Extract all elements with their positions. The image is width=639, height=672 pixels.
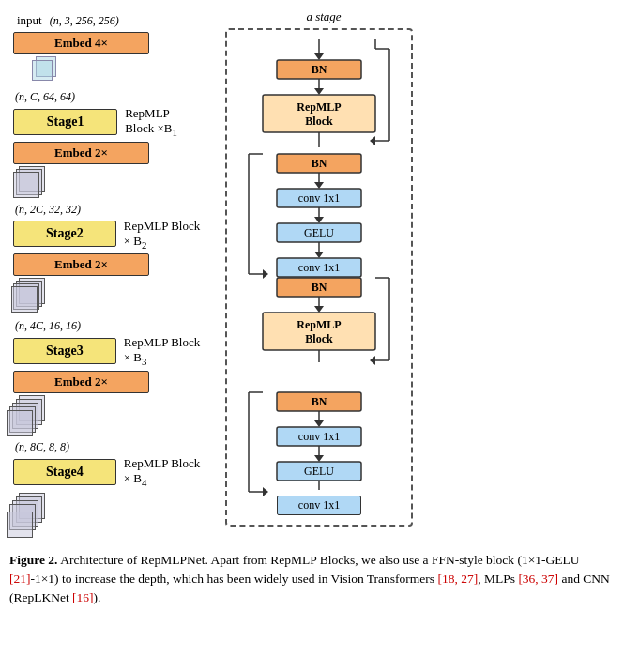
stage1-box: Stage1 — [13, 109, 117, 135]
stage2-box: Stage2 — [13, 221, 116, 247]
svg-text:RepMLP: RepMLP — [297, 318, 341, 331]
dim3-label: (n, 4C, 16, 16) — [15, 319, 81, 333]
svg-text:Block: Block — [305, 332, 333, 345]
input-text: input — [17, 13, 42, 28]
stack-layer — [7, 410, 33, 436]
svg-text:conv 1x1: conv 1x1 — [298, 261, 340, 274]
bottom-block-svg: BN RepMLP Block — [239, 278, 399, 390]
caption-text3: , MLPs — [478, 572, 518, 586]
svg-text:conv 1x1: conv 1x1 — [298, 430, 340, 443]
repmlp4-label: RepMLP Block × B4 — [124, 456, 201, 488]
caption-ref2: [18, 27] — [437, 572, 478, 586]
bottom-ffn-section: BN conv 1x1 GELU — [235, 392, 403, 515]
svg-marker-44 — [370, 356, 375, 365]
diagram-area: input (n, 3, 256, 256) Embed 4× (n, C, 6… — [9, 9, 630, 540]
input-row: input (n, 3, 256, 256) — [9, 13, 119, 30]
middle-ffn-section: BN conv 1x1 GELU — [235, 154, 403, 278]
svg-text:BN: BN — [312, 157, 327, 170]
left-column: input (n, 3, 256, 256) Embed 4× (n, C, 6… — [9, 9, 197, 540]
stack-layer — [7, 512, 33, 538]
input-dim: (n, 3, 256, 256) — [50, 14, 119, 28]
svg-marker-52 — [314, 455, 324, 462]
bottom-repmlp-section: BN RepMLP Block — [235, 278, 403, 392]
caption-ref4: [16] — [72, 590, 94, 604]
stack-layer — [13, 172, 39, 198]
conv-bottom-box: conv 1x1 — [277, 496, 361, 515]
right-wrapper: a stage BN RepM — [206, 9, 413, 527]
dim4-label: (n, 8C, 8, 8) — [15, 440, 69, 454]
svg-text:conv 1x1: conv 1x1 — [298, 191, 340, 205]
caption-text2: -1×1) to increase the depth, which has b… — [31, 572, 438, 586]
dim1-label: (n, C, 64, 64) — [15, 90, 75, 104]
feature-stack-1 — [13, 166, 46, 199]
caption-text5: ). — [94, 590, 101, 604]
stage1-row: Stage1 RepMLP Block ×B1 — [9, 106, 201, 138]
repmlp2-label: RepMLP Block × B2 — [124, 219, 201, 251]
embed3-box: Embed 2× — [13, 253, 149, 276]
embed1-box: Embed 4× — [13, 32, 149, 54]
top-repmlp-section: BN RepMLP Block — [235, 39, 403, 154]
output-stack — [9, 493, 51, 540]
embed4-box: Embed 2× — [13, 371, 149, 393]
svg-marker-22 — [314, 217, 324, 223]
feature-stack-2 — [11, 278, 49, 315]
cube-icon-1 — [23, 56, 60, 86]
right-detail-box: BN RepMLP Block — [225, 28, 413, 527]
svg-marker-59 — [263, 487, 268, 496]
svg-marker-26 — [314, 252, 324, 258]
stage3-box: Stage3 — [13, 338, 116, 364]
caption-ref3: [36, 37] — [518, 572, 558, 586]
repmlp3-label: RepMLP Block × B3 — [124, 335, 201, 367]
svg-marker-48 — [314, 420, 324, 427]
stage4-box: Stage4 — [13, 459, 116, 485]
svg-marker-5 — [314, 88, 324, 95]
caption-ref1: [21] — [9, 572, 31, 586]
caption-text1: Architecture of RepMLPNet. Apart from Re… — [60, 553, 579, 567]
svg-text:BN: BN — [312, 395, 327, 408]
cube-face-back — [32, 60, 53, 81]
svg-text:RepMLP: RepMLP — [297, 100, 341, 114]
feature-stack-3 — [9, 395, 51, 436]
svg-text:BN: BN — [312, 281, 327, 294]
repmlp1-label: RepMLP Block ×B1 — [125, 106, 201, 138]
svg-text:GELU: GELU — [304, 465, 334, 478]
svg-text:Block: Block — [305, 115, 333, 128]
svg-text:BN: BN — [312, 63, 327, 76]
input-label: input (n, 3, 256, 256) — [17, 13, 119, 28]
stack-layer — [11, 286, 38, 313]
middle-block-svg: BN conv 1x1 GELU — [239, 154, 399, 276]
svg-marker-36 — [314, 306, 324, 313]
embed2-box: Embed 2× — [13, 142, 149, 164]
dim2-label: (n, 2C, 32, 32) — [15, 203, 81, 217]
svg-text:GELU: GELU — [304, 226, 334, 239]
stage2-row: Stage2 RepMLP Block × B2 — [9, 219, 201, 251]
a-stage-label: a stage — [235, 9, 413, 24]
fig-label: Figure 2. — [9, 553, 58, 567]
figure-caption: Figure 2. Architecture of RepMLPNet. Apa… — [9, 551, 630, 606]
stage3-row: Stage3 RepMLP Block × B3 — [9, 335, 201, 367]
svg-marker-18 — [314, 182, 324, 189]
bottom-ffn-svg: BN conv 1x1 GELU — [239, 392, 399, 496]
stage4-row: Stage4 RepMLP Block × B4 — [9, 456, 201, 488]
svg-marker-14 — [370, 136, 375, 145]
svg-marker-1 — [314, 53, 324, 60]
top-block-svg: BN RepMLP Block — [239, 39, 399, 152]
